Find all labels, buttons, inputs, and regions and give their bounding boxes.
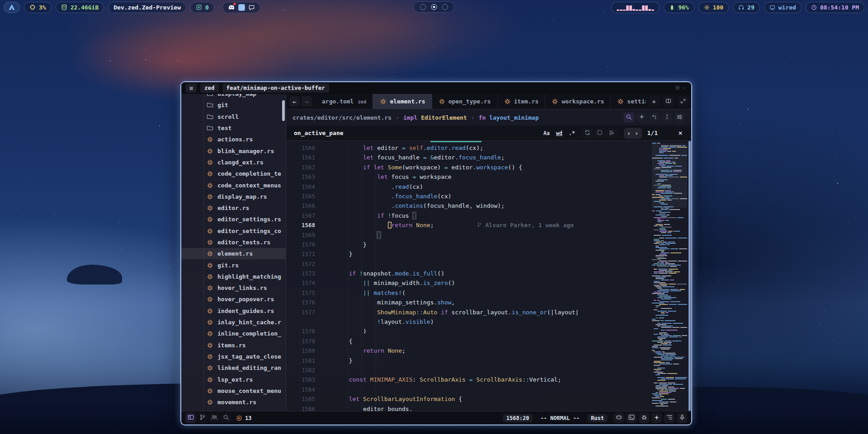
code-editor[interactable]: 1560 let editor = self.editor.read(cx);1… xyxy=(286,141,691,411)
collab-button[interactable] xyxy=(209,413,219,423)
file-item[interactable]: display_map.rs xyxy=(181,191,286,202)
project-panel-button[interactable] xyxy=(185,413,196,423)
file-item[interactable]: highlight_matching xyxy=(181,271,286,282)
mic-button[interactable] xyxy=(677,413,687,423)
volume-widget[interactable]: 29 xyxy=(733,2,760,13)
app-menu-button[interactable]: ≡ xyxy=(186,84,197,93)
file-item[interactable]: inlay_hint_cache.r xyxy=(181,317,286,328)
git-branch-badge[interactable]: feat/minimap-on-active-buffer xyxy=(222,84,329,93)
breadcrumb-segment[interactable]: fn layout_minimap xyxy=(479,114,539,121)
whole-word-icon[interactable]: wd xyxy=(554,128,565,138)
edit-prediction-button[interactable] xyxy=(649,112,660,122)
file-item[interactable]: lsp_ext.rs xyxy=(181,373,286,385)
assistant-button[interactable] xyxy=(651,413,662,423)
language-selector[interactable]: Rust xyxy=(587,414,608,422)
network-widget[interactable]: wired xyxy=(764,2,802,13)
file-item[interactable]: editor.rs xyxy=(181,202,286,214)
breadcrumb-segment[interactable]: crates/editor/src/element.rs xyxy=(292,114,392,121)
terminal-button[interactable] xyxy=(626,413,637,423)
close-search-button[interactable]: × xyxy=(675,128,686,138)
debug-button[interactable] xyxy=(639,413,649,423)
nav-back-button[interactable]: ← xyxy=(289,96,300,107)
app-icon[interactable] xyxy=(238,4,245,11)
search-input[interactable]: on_active_pane xyxy=(292,130,541,136)
search-button[interactable] xyxy=(623,112,634,122)
chat-icon[interactable] xyxy=(248,4,255,11)
sidebar-scrollbar[interactable] xyxy=(282,100,285,121)
tab-element.rs[interactable]: element.rs xyxy=(373,94,432,109)
file-item[interactable]: hover_popover.rs xyxy=(181,294,286,305)
minimap[interactable] xyxy=(652,143,687,409)
brightness-widget[interactable]: 100 xyxy=(698,2,729,13)
breadcrumb-segment[interactable]: impl EditorElement xyxy=(403,114,467,121)
file-item[interactable]: inline_completion_ xyxy=(181,328,286,339)
workspace-widget[interactable]: 0 xyxy=(190,2,214,13)
editor-controls-button[interactable] xyxy=(674,112,685,122)
cursor-position[interactable]: 1568:20 xyxy=(503,414,533,422)
file-item[interactable]: mouse_context_menu xyxy=(181,385,286,397)
file-item[interactable]: persistence.rs xyxy=(181,408,286,411)
breadcrumb[interactable]: crates/editor/src/element.rs›impl Editor… xyxy=(292,114,539,121)
tab-settir[interactable]: settir xyxy=(611,94,646,109)
file-item[interactable]: editor_tests.rs xyxy=(181,237,286,248)
folder-item[interactable]: scroll xyxy=(181,111,286,122)
search-button[interactable] xyxy=(221,413,231,423)
assistant-button[interactable] xyxy=(636,112,647,122)
file-item[interactable]: editor_settings_co xyxy=(181,225,286,237)
window-titlebar[interactable]: ≡ zed feat/minimap-on-active-buffer xyxy=(181,82,691,94)
discord-icon[interactable] xyxy=(228,4,235,11)
file-item[interactable]: linked_editing_ran xyxy=(181,362,286,373)
workspace-indicator[interactable] xyxy=(414,1,455,13)
file-item[interactable]: code_completion_te xyxy=(181,168,286,179)
window-title-widget[interactable]: Dev.zed.Zed-Preview xyxy=(108,2,186,13)
workspace-dot[interactable] xyxy=(431,4,437,10)
file-item[interactable]: movement.rs xyxy=(181,397,286,408)
selection-button[interactable] xyxy=(594,128,605,138)
folder-item[interactable]: git xyxy=(181,99,286,111)
project-panel[interactable]: display_mapgitscrolltestactions.rsblink_… xyxy=(181,94,286,411)
titlebar-controls[interactable] xyxy=(675,84,687,93)
clock-widget[interactable]: 08:54:10 PM xyxy=(806,2,864,13)
workspace-dot[interactable] xyxy=(442,4,448,10)
launcher-button[interactable] xyxy=(4,2,20,13)
next-match-button[interactable]: › xyxy=(633,130,641,137)
file-item[interactable]: clangd_ext.rs xyxy=(181,157,286,168)
file-item[interactable]: blink_manager.rs xyxy=(181,145,286,156)
outline-button[interactable] xyxy=(664,413,675,423)
git-branch-button[interactable] xyxy=(197,413,208,423)
nav-forward-button[interactable]: → xyxy=(302,96,312,107)
tab-argo.toml[interactable]: argo.tomlzed xyxy=(316,94,373,109)
diagnostics-badge[interactable]: 13 xyxy=(236,415,251,421)
replace-button[interactable] xyxy=(582,128,593,138)
battery-widget[interactable]: 96% xyxy=(664,2,694,13)
editor-scrollbar[interactable] xyxy=(689,141,691,411)
file-item[interactable]: items.rs xyxy=(181,340,286,351)
tab-workspace.rs[interactable]: workspace.rs xyxy=(545,94,611,109)
zoom-pane-button[interactable] xyxy=(678,96,688,107)
split-pane-button[interactable] xyxy=(663,96,674,107)
cpu-widget[interactable]: 3% xyxy=(24,2,52,13)
replace-all-button[interactable] xyxy=(607,128,618,138)
folder-item[interactable]: test xyxy=(181,122,286,134)
new-tab-button[interactable]: + xyxy=(649,96,659,107)
text-cursor-button[interactable] xyxy=(661,112,672,122)
prev-match-button[interactable]: ‹ xyxy=(625,130,633,137)
file-item[interactable]: indent_guides.rs xyxy=(181,305,286,317)
file-item[interactable]: hover_links.rs xyxy=(181,282,286,294)
file-item[interactable]: actions.rs xyxy=(181,134,286,145)
workspace-dot[interactable] xyxy=(420,4,426,10)
cpu-graph-widget[interactable] xyxy=(611,2,660,13)
copilot-button[interactable] xyxy=(613,413,624,423)
file-item[interactable]: editor_settings.rs xyxy=(181,214,286,225)
memory-widget[interactable]: 22.46GiB xyxy=(56,2,104,13)
tab-open_type.rs[interactable]: open_type.rs xyxy=(432,94,498,109)
file-item[interactable]: git.rs xyxy=(181,259,286,271)
file-item[interactable]: element.rs xyxy=(181,248,286,259)
project-badge[interactable]: zed xyxy=(200,84,219,93)
regex-icon[interactable]: .* xyxy=(566,128,578,138)
file-item[interactable]: jsx_tag_auto_close xyxy=(181,351,286,362)
file-item[interactable]: code_context_menus xyxy=(181,179,286,191)
case-icon[interactable]: Aa xyxy=(541,128,552,138)
folder-item[interactable]: display_map xyxy=(181,94,286,99)
tab-item.rs[interactable]: item.rs xyxy=(498,94,546,109)
